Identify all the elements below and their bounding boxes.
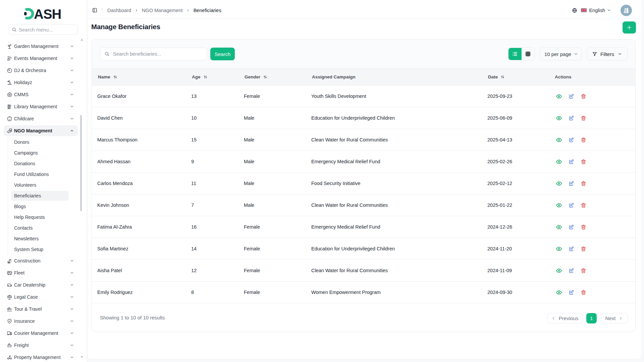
svg-text:ASH: ASH [34, 8, 61, 19]
